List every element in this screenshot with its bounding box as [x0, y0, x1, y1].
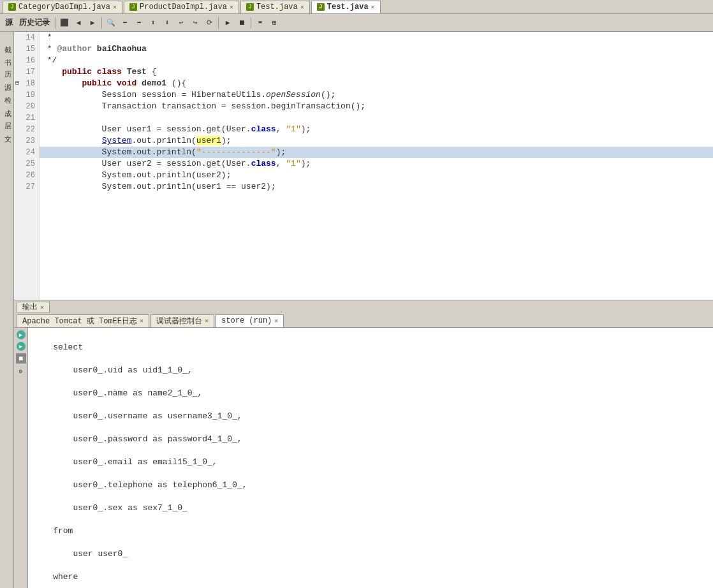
java-icon-1: J	[8, 3, 16, 11]
toolbar-btn-7[interactable]: ⬆	[147, 17, 159, 29]
toolbar-btn-11[interactable]: ⟳	[203, 17, 216, 29]
output-panel: Apache Tomcat 或 TomEE日志 ✕ 调试器控制台 ✕ store…	[14, 314, 713, 588]
history-label: 历史记录	[17, 17, 52, 28]
line-num-25: 25	[14, 158, 39, 170]
output-line-5: user0_.password as password4_1_0_,	[33, 434, 708, 445]
tab-close-2[interactable]: ✕	[230, 3, 233, 11]
tab-label-1: CategoryDaoImpl.java	[18, 3, 110, 11]
output-close-tab[interactable]: 输出 ✕	[17, 302, 50, 313]
bottom-close-area: 输出 ✕	[14, 300, 713, 314]
output-tab-label-1: Apache Tomcat 或 TomEE日志	[22, 316, 137, 327]
line-numbers: 14 15 16 17 ⊟18 19 20 21 22 23 24 25 26 …	[14, 32, 40, 300]
line-num-18: ⊟18	[14, 78, 39, 89]
output-tab-store[interactable]: store (run) ✕	[216, 314, 284, 327]
code-line-25: User user2 = session.get(User.class, "1"…	[40, 158, 713, 170]
toolbar-btn-9[interactable]: ↩	[175, 17, 187, 29]
output-line-10: user user0_	[33, 548, 708, 560]
toolbar-btn-8[interactable]: ⬇	[161, 17, 173, 29]
output-tab-label-2: 调试器控制台	[156, 316, 202, 327]
code-line-24: System.out.println("--------------");	[40, 147, 713, 158]
tab-close-1[interactable]: ✕	[113, 3, 117, 11]
toolbar-btn-12[interactable]: ▶	[221, 17, 234, 29]
tab-test1[interactable]: J Test.java ✕	[240, 1, 310, 13]
left-sidebar: 截 书 历 源 检 成 层 文	[0, 32, 14, 588]
code-line-21	[40, 112, 713, 124]
code-line-23: System.out.println(user1);	[40, 135, 713, 147]
toolbar-btn-5[interactable]: ⬅	[119, 17, 131, 29]
line-num-14: 14	[14, 32, 39, 43]
code-panel: 14 15 16 17 ⊟18 19 20 21 22 23 24 25 26 …	[14, 32, 713, 300]
line-num-26: 26	[14, 170, 39, 181]
line-num-24: 24	[14, 147, 39, 158]
source-label: 源	[3, 17, 15, 28]
toolbar-sep-1	[55, 17, 55, 29]
line-num-17: 17	[14, 66, 39, 78]
output-line-2: user0_.uid as uid1_1_0_,	[33, 365, 708, 376]
line-num-23: 23	[14, 135, 39, 147]
tab-test2[interactable]: J Test.java ✕	[311, 1, 381, 13]
code-line-16: */	[40, 55, 713, 66]
output-panel-close[interactable]: ✕	[40, 304, 44, 311]
java-icon-2: J	[129, 3, 137, 11]
code-line-22: User user1 = session.get(User.class, "1"…	[40, 124, 713, 135]
tab-productDaoImpl[interactable]: J ProductDaoImpl.java ✕	[124, 1, 239, 13]
toolbar-btn-4[interactable]: 🔍	[105, 17, 117, 29]
sidebar-btn-members[interactable]: 成	[1, 98, 13, 110]
code-line-15: * @author baiChaohua	[40, 43, 713, 55]
toolbar-btn-10[interactable]: ↪	[189, 17, 202, 29]
code-line-26: System.out.println(user2);	[40, 170, 713, 181]
toolbar: 源 历史记录 ⬛ ◀ ▶ 🔍 ⬅ ➡ ⬆ ⬇ ↩ ↪ ⟳ ▶ ⏹ ≡ ⊞	[0, 14, 713, 32]
code-line-18: public void demo1 (){	[40, 78, 713, 89]
code-line-19: Session session = HibernateUtils.openSes…	[40, 89, 713, 101]
output-line-3: user0_.name as name2_1_0_,	[33, 388, 708, 399]
toolbar-btn-15[interactable]: ⊞	[268, 17, 281, 29]
main-layout: 截 书 历 源 检 成 层 文 14 15 16 17 ⊟18 19 20 21…	[0, 32, 713, 588]
sidebar-btn-tasks[interactable]: 源	[1, 73, 13, 84]
output-tab-label-3: store (run)	[221, 316, 272, 325]
output-tab-close-1[interactable]: ✕	[140, 317, 143, 325]
sidebar-btn-hierarchy[interactable]: 层	[1, 111, 13, 122]
output-line-7: user0_.telephone as telephon6_1_0_,	[33, 480, 708, 491]
output-line-8: user0_.sex as sex7_1_0_	[33, 503, 708, 514]
toolbar-sep-3	[218, 17, 219, 29]
line-num-22: 22	[14, 124, 39, 135]
sidebar-btn-bookmarks[interactable]: 书	[1, 47, 13, 59]
output-tab-close-2[interactable]: ✕	[205, 317, 209, 325]
tab-categoryDaoImpl[interactable]: J CategoryDaoImpl.java ✕	[3, 1, 122, 13]
toolbar-sep-4	[251, 17, 251, 29]
output-tabs: Apache Tomcat 或 TomEE日志 ✕ 调试器控制台 ✕ store…	[14, 314, 713, 328]
output-line-1: select	[33, 342, 708, 353]
output-layout: ▶ ▶ ⏹ ⚙ select user0_.uid as uid1_1_0_, …	[14, 328, 713, 588]
sidebar-btn-snapshots[interactable]: 截	[1, 34, 13, 46]
code-line-20: Transaction transaction = session.beginT…	[40, 101, 713, 112]
run-btn-2[interactable]: ▶	[17, 342, 26, 351]
output-line-11: where	[33, 571, 708, 583]
code-line-14: *	[40, 32, 713, 43]
output-tab-debugger[interactable]: 调试器控制台 ✕	[151, 314, 214, 327]
toolbar-btn-14[interactable]: ≡	[254, 17, 267, 29]
output-tab-close-3[interactable]: ✕	[274, 317, 278, 325]
toolbar-btn-6[interactable]: ➡	[133, 17, 145, 29]
output-close-label: 输出	[22, 302, 38, 312]
fold-icon[interactable]: ⊟	[15, 78, 19, 89]
line-num-16: 16	[14, 55, 39, 66]
tab-label-3: Test.java	[256, 3, 298, 11]
toolbar-btn-3[interactable]: ▶	[86, 17, 99, 29]
toolbar-btn-13[interactable]: ⏹	[235, 17, 248, 29]
toolbar-btn-2[interactable]: ◀	[72, 17, 85, 29]
stop-btn[interactable]: ⏹	[16, 353, 26, 364]
run-btn[interactable]: ▶	[17, 330, 26, 339]
sidebar-btn-history[interactable]: 历	[1, 60, 13, 71]
line-num-15: 15	[14, 43, 39, 55]
tab-close-4[interactable]: ✕	[371, 3, 375, 11]
editor-area: 14 15 16 17 ⊟18 19 20 21 22 23 24 25 26 …	[14, 32, 713, 588]
settings-btn[interactable]: ⚙	[16, 366, 26, 376]
output-tab-tomcat[interactable]: Apache Tomcat 或 TomEE日志 ✕	[17, 314, 149, 327]
sidebar-btn-text[interactable]: 文	[1, 124, 13, 135]
code-line-17: public class Test {	[40, 66, 713, 78]
tab-close-3[interactable]: ✕	[300, 3, 304, 11]
sidebar-btn-inspect[interactable]: 检	[1, 85, 13, 97]
toolbar-btn-1[interactable]: ⬛	[58, 17, 71, 29]
output-content[interactable]: select user0_.uid as uid1_1_0_, user0_.n…	[28, 328, 713, 588]
line-num-21: 21	[14, 112, 39, 124]
